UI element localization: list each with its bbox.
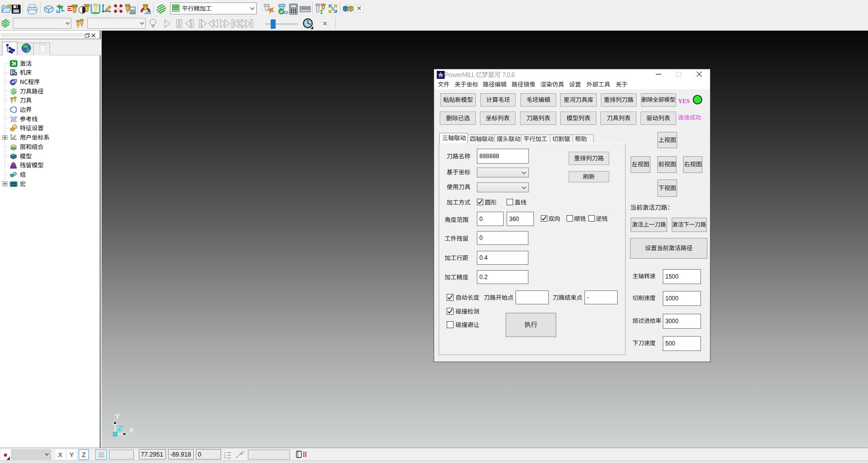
svg-text:z: z [224,456,226,459]
